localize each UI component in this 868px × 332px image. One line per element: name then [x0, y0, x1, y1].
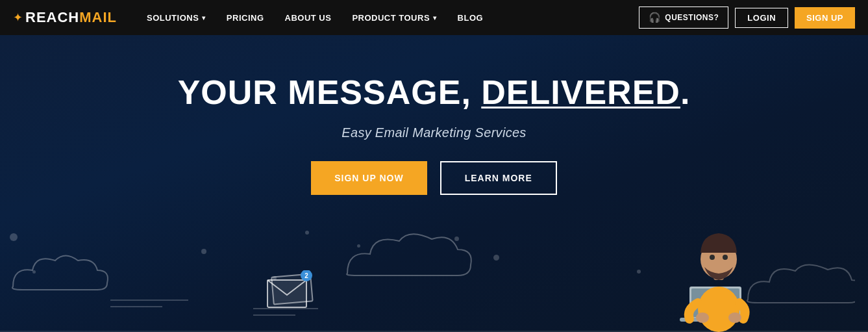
nav-item-solutions[interactable]: SOLUTIONS ▾ [136, 0, 216, 35]
dot [493, 255, 499, 261]
dot [305, 231, 309, 235]
cloud-center [338, 225, 474, 290]
svg-point-12 [696, 313, 709, 323]
h-line [253, 314, 295, 316]
dot [201, 249, 206, 254]
cloud-left [6, 248, 110, 300]
svg-point-11 [723, 255, 728, 260]
h-line [110, 300, 188, 301]
hero-subtitle: Easy Email Marketing Services [341, 125, 526, 140]
svg-text:2: 2 [304, 272, 308, 279]
signup-nav-button[interactable]: SIGN UP [795, 7, 855, 29]
headset-icon: 🎧 [649, 12, 662, 23]
logo-icon: ✦ [13, 10, 23, 25]
nav-item-about-us[interactable]: ABOUT US [275, 0, 342, 35]
dot [637, 270, 641, 274]
envelope-icon: 2 [266, 270, 318, 313]
signup-hero-button[interactable]: SIGN UP NOW [311, 161, 427, 195]
h-line [110, 306, 162, 307]
nav-item-product-tours[interactable]: PRODUCT TOURS ▾ [341, 0, 447, 35]
nav-item-blog[interactable]: BLOG [447, 0, 494, 35]
hero-buttons: SIGN UP NOW LEARN MORE [311, 161, 557, 195]
chevron-down-icon: ▾ [433, 14, 437, 21]
login-button[interactable]: LOGIN [735, 8, 788, 28]
nav-links: SOLUTIONS ▾ PRICING ABOUT US PRODUCT TOU… [136, 0, 639, 35]
svg-point-10 [710, 255, 715, 260]
logo[interactable]: ✦ REACHMAIL [13, 9, 117, 26]
svg-point-13 [728, 313, 741, 323]
nav-item-pricing[interactable]: PRICING [216, 0, 275, 35]
learn-more-button[interactable]: LEARN MORE [440, 161, 557, 195]
nav-right: 🎧 QUESTIONS? LOGIN SIGN UP [639, 6, 855, 29]
chevron-down-icon: ▾ [202, 14, 206, 21]
logo-reach: REACH [25, 9, 79, 26]
questions-button[interactable]: 🎧 QUESTIONS? [639, 6, 729, 29]
logo-mail: MAIL [79, 9, 117, 26]
navigation: ✦ REACHMAIL SOLUTIONS ▾ PRICING ABOUT US… [0, 0, 868, 35]
svg-point-7 [698, 287, 739, 332]
hero-title: YOUR MESSAGE, DELIVERED. [178, 74, 691, 111]
person-figure [673, 209, 767, 332]
dot [10, 233, 18, 241]
illustration: 2 [0, 202, 868, 332]
hero-section: YOUR MESSAGE, DELIVERED. Easy Email Mark… [0, 35, 868, 332]
